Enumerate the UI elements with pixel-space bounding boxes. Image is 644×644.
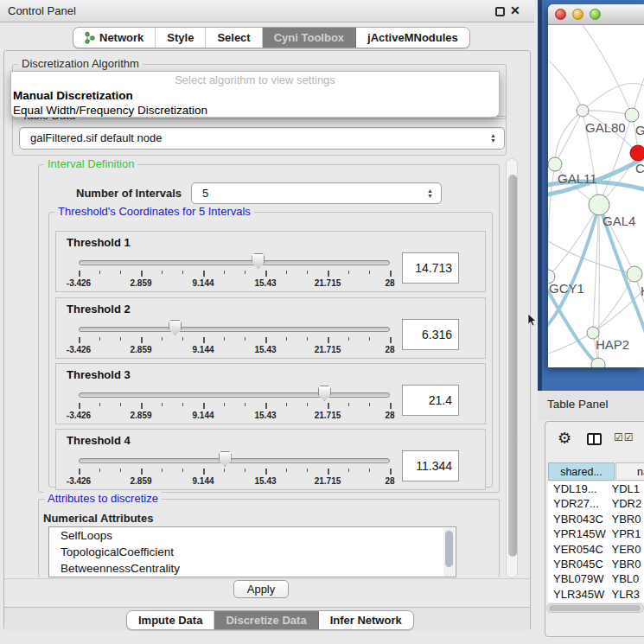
cell-name[interactable]: YER0 (612, 542, 644, 557)
column-layout-icon[interactable] (587, 433, 602, 445)
table-header-shared-name[interactable]: shared... (548, 462, 615, 481)
cell-name[interactable]: YBL0 (612, 571, 644, 586)
cell-shared-name[interactable]: YER054C (548, 542, 612, 557)
threshold-slider-thumb[interactable] (169, 320, 182, 335)
attribute-item-betweennesscentrality[interactable]: BetweennessCentrality (49, 560, 456, 577)
table-data-combobox[interactable]: galFiltered.sif default node ▲▼ (19, 127, 505, 150)
close-window-icon[interactable] (555, 9, 566, 20)
number-of-intervals-combobox[interactable]: 5 ▲▼ (191, 182, 442, 204)
close-panel-icon[interactable]: ✕ (510, 3, 520, 17)
cell-name[interactable]: YBR0 (612, 557, 644, 571)
panel-scrollbar-thumb[interactable] (508, 175, 517, 557)
tick-mark (120, 271, 121, 274)
table-row[interactable]: YDL19...YDL1 (548, 481, 644, 496)
threshold-label: Threshold 1 (67, 236, 131, 249)
table-row[interactable]: YLR345WYLR3 (548, 587, 644, 602)
network-node-label: HAP2 (596, 337, 629, 352)
tick-mark (328, 403, 329, 409)
tick-mark (79, 271, 80, 277)
cell-shared-name[interactable]: YLR345W (548, 587, 612, 602)
network-window-titlebar[interactable] (548, 4, 644, 25)
table-header-name[interactable]: na (615, 462, 644, 481)
zoom-window-icon[interactable] (590, 9, 601, 20)
threshold-slider-thumb[interactable] (252, 253, 265, 269)
table-hscrollbar-thumb[interactable] (549, 605, 641, 611)
table-row[interactable]: YER054CYER0 (548, 542, 644, 557)
cell-name[interactable]: YBR0 (612, 512, 644, 526)
table-row[interactable]: YBL079WYBL0 (548, 571, 644, 586)
tab-style[interactable]: Style (156, 28, 206, 48)
threshold-slider-track[interactable] (79, 458, 390, 463)
threshold-value-field[interactable]: 21.4 (402, 385, 459, 416)
network-node[interactable] (591, 358, 605, 367)
network-node-gal4[interactable] (589, 194, 609, 215)
cell-shared-name[interactable]: YBR043C (548, 512, 612, 526)
network-node-g[interactable] (625, 108, 639, 122)
network-node-h[interactable] (627, 266, 642, 282)
tick-label: -3.426 (53, 345, 105, 354)
cell-shared-name[interactable]: YDL19... (548, 481, 612, 496)
cell-name[interactable]: YPR1 (612, 526, 644, 541)
tab-discretize-data[interactable]: Discretize Data (214, 611, 318, 629)
network-node-c[interactable] (630, 145, 644, 161)
threshold-slider-thumb[interactable] (219, 451, 232, 467)
cell-shared-name[interactable]: YBL079W (548, 571, 612, 586)
table-row[interactable]: YPR145WYPR1 (548, 526, 644, 541)
threshold-panel: Threshold 2 -3.4262.8599.14415.4321.7152… (55, 297, 486, 359)
table-row[interactable]: YBR043CYBR0 (548, 512, 644, 526)
attributes-list-scrollbar[interactable] (443, 528, 455, 577)
minimize-window-icon[interactable] (572, 9, 583, 20)
tab-select[interactable]: Select (206, 28, 262, 48)
network-icon (85, 31, 95, 44)
attribute-item-selfloops[interactable]: SelfLoops (49, 527, 456, 544)
tab-cyni-toolbox[interactable]: Cyni Toolbox (263, 28, 356, 48)
tick-label: 9.144 (177, 476, 229, 486)
threshold-value-field[interactable]: 6.316 (402, 319, 459, 350)
attribute-item-topologicalcoefficient[interactable]: TopologicalCoefficient (49, 544, 456, 560)
apply-button[interactable]: Apply (233, 580, 289, 598)
cell-shared-name[interactable]: YBR045C (548, 557, 612, 571)
threshold-slider-thumb[interactable] (318, 386, 331, 401)
tab-jactivemnodules[interactable]: jActiveMNodules (356, 28, 469, 48)
cell-shared-name[interactable]: YIL052C (548, 602, 612, 603)
tab-network[interactable]: Network (73, 28, 156, 48)
select-columns-icon[interactable]: ☑☑ (614, 431, 634, 443)
tick-mark (265, 337, 267, 343)
tick-mark (265, 403, 267, 409)
cell-name[interactable]: YIL0 (612, 602, 644, 603)
tick-label: 15.43 (239, 476, 291, 486)
tab-impute-data[interactable]: Impute Data (127, 611, 214, 629)
threshold-slider-track[interactable] (79, 392, 390, 398)
cell-name[interactable]: YDR2 (612, 496, 644, 511)
tick-mark (348, 271, 349, 274)
algorithm-option-equal-width-frequency-discretization[interactable]: Equal Width/Frequency Discretization (11, 103, 499, 118)
tick-label: 2.859 (115, 278, 167, 288)
cell-shared-name[interactable]: YDR27... (548, 496, 612, 511)
attributes-list-scrollbar-thumb[interactable] (445, 531, 453, 567)
tick-mark (224, 337, 225, 341)
float-panel-icon[interactable] (495, 7, 505, 16)
panel-scrollbar[interactable] (506, 158, 518, 578)
tab-infer-network[interactable]: Infer Network (319, 611, 413, 629)
threshold-slider-track[interactable] (79, 260, 390, 265)
table-row[interactable]: YBR045CYBR0 (548, 557, 644, 571)
network-node-gal11[interactable] (548, 157, 562, 171)
numerical-attributes-list[interactable]: SelfLoopsTopologicalCoefficientBetweenne… (48, 526, 456, 577)
tick-mark (79, 337, 80, 343)
tick-mark (224, 469, 225, 472)
network-canvas[interactable]: GAL80GCGAL11GAL4GCY1HHAP2 (548, 25, 644, 367)
cell-name[interactable]: YLR3 (612, 587, 644, 602)
threshold-slider-track[interactable] (79, 327, 390, 332)
cell-shared-name[interactable]: YPR145W (548, 526, 612, 541)
table-row[interactable]: YDR27...YDR2 (548, 496, 644, 511)
network-node-gal80[interactable] (577, 105, 589, 117)
tick-mark (390, 271, 392, 277)
network-node-label: G (635, 123, 644, 137)
gear-icon[interactable]: ⚙ (558, 429, 571, 448)
threshold-value-field[interactable]: 14.713 (402, 252, 459, 284)
table-row[interactable]: YIL052CYIL0 (548, 602, 644, 603)
threshold-value-field[interactable]: 11.344 (402, 450, 459, 481)
cell-name[interactable]: YDL1 (612, 481, 644, 496)
algorithm-option-manual-discretization[interactable]: Manual Discretization (11, 88, 499, 103)
table-hscrollbar[interactable] (546, 603, 644, 613)
